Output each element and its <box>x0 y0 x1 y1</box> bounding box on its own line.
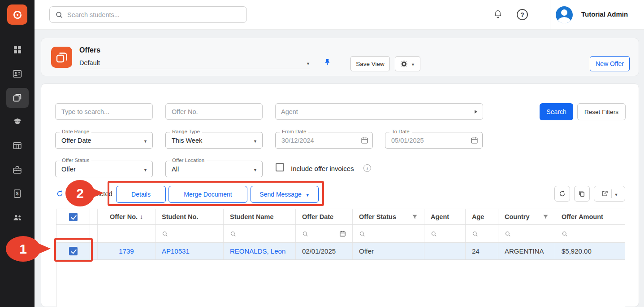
app-logo[interactable] <box>7 4 27 25</box>
invoice-dollar-icon: $ <box>13 189 22 198</box>
annotation-step-2: 2 <box>65 180 95 206</box>
date-range-select[interactable]: Date Range Offer Date <box>55 132 153 149</box>
gear-icon <box>400 60 408 68</box>
filter-cell-agent[interactable] <box>424 225 466 242</box>
offer-status-select[interactable]: Offer Status Offer <box>55 161 153 177</box>
column-header-country[interactable]: Country <box>498 209 555 224</box>
agent-cell <box>424 243 466 259</box>
column-header-age[interactable]: Age <box>466 209 498 224</box>
search-icon <box>55 11 63 19</box>
notifications-button[interactable] <box>493 9 503 21</box>
topbar: ? Tutorial Admin <box>35 0 644 30</box>
save-view-button[interactable]: Save View <box>350 56 390 71</box>
toolbox-icon <box>13 165 22 175</box>
calendar-icon[interactable] <box>361 136 368 146</box>
filter-cell-student-name[interactable] <box>224 225 296 242</box>
from-date-field[interactable]: From Date 30/12/2024 <box>275 132 373 149</box>
agents-people-icon <box>13 213 22 223</box>
chevron-down-icon <box>411 60 415 68</box>
date-range-value: Offer Date <box>61 132 91 148</box>
chevron-down-icon <box>143 165 147 173</box>
filter-funnel-icon[interactable] <box>543 214 549 220</box>
sidebar-item-agents[interactable] <box>0 206 35 230</box>
view-settings-button[interactable] <box>395 56 420 71</box>
duplicate-button[interactable] <box>574 186 590 202</box>
offer-no-input[interactable] <box>165 103 263 120</box>
column-header-offer-date[interactable]: Offer Date <box>296 209 353 224</box>
annotation-arrow-2 <box>92 188 104 198</box>
chevron-down-icon <box>253 136 257 145</box>
column-header-student-no[interactable]: Student No. <box>156 209 224 224</box>
sidebar-item-courses[interactable] <box>0 110 35 134</box>
sidebar-item-dashboard[interactable] <box>0 38 35 62</box>
new-offer-button[interactable]: New Offer <box>590 56 630 71</box>
annotation-arrow-1 <box>38 243 51 254</box>
column-header-offer-amount[interactable]: Offer Amount <box>555 209 626 224</box>
search-button[interactable]: Search <box>540 103 573 120</box>
range-type-select[interactable]: Range Type This Week <box>165 132 263 149</box>
offer-no-link[interactable]: 1739 <box>119 247 134 255</box>
select-all-checkbox[interactable] <box>69 213 78 221</box>
global-search-input[interactable] <box>67 11 241 18</box>
column-header-agent[interactable]: Agent <box>424 209 466 224</box>
filter-cell-student-no[interactable] <box>156 225 224 242</box>
agent-input[interactable] <box>281 108 475 115</box>
pin-view-button[interactable] <box>324 58 331 68</box>
export-icon <box>601 190 609 197</box>
global-search <box>49 6 247 23</box>
filter-cell-offer-date[interactable] <box>296 225 353 242</box>
sidebar-item-invoices[interactable]: $ <box>0 182 35 206</box>
export-button[interactable] <box>594 186 625 202</box>
info-icon[interactable]: i <box>363 164 371 172</box>
clear-selection-icon[interactable] <box>56 190 64 199</box>
search-icon <box>359 231 365 237</box>
search-icon <box>162 231 168 237</box>
chevron-down-icon <box>614 190 618 198</box>
sort-desc-icon[interactable] <box>140 213 143 220</box>
chevron-right-icon <box>475 110 477 114</box>
page-header-card: Offers Default Save View New Offer <box>41 38 639 76</box>
sidebar-item-offers[interactable] <box>0 86 35 110</box>
sidebar-item-timetable[interactable] <box>0 134 35 158</box>
text-search-input[interactable] <box>55 103 153 120</box>
user-avatar[interactable] <box>556 6 573 23</box>
filter-funnel-icon[interactable] <box>412 214 418 220</box>
agent-select[interactable] <box>275 103 483 120</box>
topbar-divider <box>550 0 550 30</box>
column-header-offer-status[interactable]: Offer Status <box>353 209 424 224</box>
help-button[interactable]: ? <box>517 9 528 20</box>
graduation-cap-icon <box>13 117 22 127</box>
offer-location-select[interactable]: Offer Location All <box>165 161 263 177</box>
calendar-icon[interactable] <box>339 230 346 237</box>
reset-filters-button[interactable]: Reset Filters <box>577 103 626 120</box>
range-type-value: This Week <box>172 132 202 148</box>
filter-cell-offer-status[interactable] <box>353 225 424 242</box>
include-invoices-checkbox[interactable] <box>276 163 284 171</box>
include-invoices-label: Include offer invoices <box>291 165 354 172</box>
offers-stack-icon <box>13 93 22 102</box>
sidebar-item-students[interactable] <box>0 62 35 86</box>
offer-status-cell: Offer <box>353 243 424 259</box>
offer-amount-cell: $5,920.00 <box>555 243 626 259</box>
filter-cell-offer-amount[interactable] <box>555 225 626 242</box>
student-no-link[interactable]: AP10531 <box>162 247 190 255</box>
country-cell: ARGENTINA <box>498 243 555 259</box>
student-profile-icon <box>13 69 22 79</box>
sidebar-item-toolbox[interactable] <box>0 158 35 182</box>
calendar-icon[interactable] <box>471 136 478 146</box>
search-icon <box>472 231 478 237</box>
to-date-field[interactable]: To Date 05/01/2025 <box>385 132 483 149</box>
user-name: Tutorial Admin <box>581 10 628 18</box>
view-select[interactable]: Default <box>79 57 310 69</box>
student-name-link[interactable]: REONALDS, Leon <box>230 247 285 255</box>
age-cell: 24 <box>466 243 498 259</box>
column-header-offer-no[interactable]: Offer No. <box>98 209 156 224</box>
chevron-down-icon <box>253 165 257 173</box>
grid-empty-area <box>56 260 625 307</box>
filter-cell-country[interactable] <box>498 225 555 242</box>
refresh-grid-button[interactable] <box>554 186 570 202</box>
column-header-student-name[interactable]: Student Name <box>224 209 296 224</box>
filter-cell-age[interactable] <box>466 225 498 242</box>
table-row[interactable]: 1739 AP10531 REONALDS, Leon 02/01/2025 O… <box>56 243 625 260</box>
brand-swirl-icon <box>12 9 23 21</box>
